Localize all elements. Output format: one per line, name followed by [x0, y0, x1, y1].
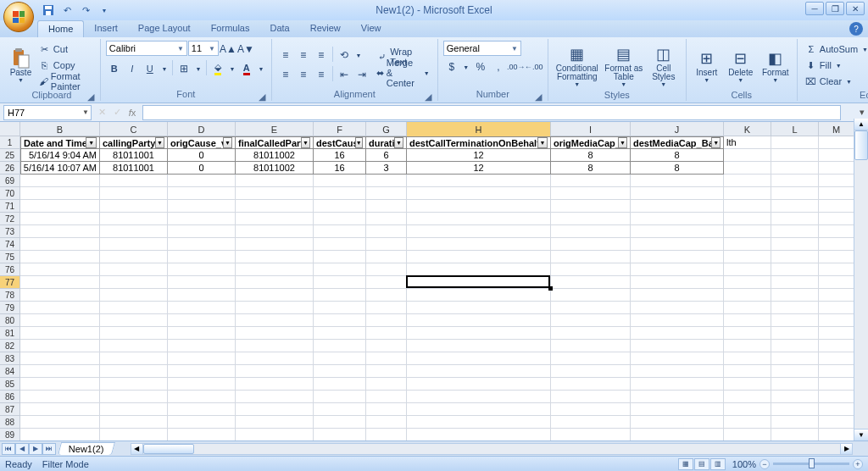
cell[interactable] [819, 302, 854, 314]
cell[interactable] [366, 200, 407, 213]
cell[interactable]: destCause_v▼ [314, 136, 366, 149]
cut-button[interactable]: ✂Cut [36, 42, 95, 57]
cell[interactable] [771, 302, 819, 314]
cell[interactable] [407, 352, 551, 365]
align-left-icon[interactable]: ≡ [277, 66, 294, 83]
cell[interactable] [100, 327, 168, 340]
cell[interactable]: 81011002 [236, 149, 314, 162]
cell[interactable] [724, 416, 771, 429]
cell[interactable]: 16 [314, 162, 366, 175]
cell[interactable] [819, 365, 854, 378]
cell[interactable] [168, 391, 236, 403]
cell[interactable] [819, 187, 854, 200]
cell[interactable]: 0 [168, 162, 236, 175]
cell[interactable] [100, 340, 168, 352]
cell[interactable] [724, 276, 771, 289]
autosum-button[interactable]: ΣAutoSum▼ [803, 42, 868, 57]
cell[interactable] [407, 314, 551, 327]
cell[interactable] [100, 314, 168, 327]
cell[interactable] [551, 187, 631, 200]
cell[interactable] [771, 365, 819, 378]
cell-styles-button[interactable]: ◫Cell Styles▼ [647, 41, 681, 90]
row-header[interactable]: 79 [0, 302, 19, 314]
row-header[interactable]: 89 [0, 429, 19, 441]
cell[interactable] [819, 276, 854, 289]
cell[interactable] [168, 276, 236, 289]
cell[interactable] [20, 429, 100, 441]
cell[interactable] [314, 238, 366, 251]
cell[interactable] [314, 187, 366, 200]
cell[interactable]: 8 [631, 149, 724, 162]
cell[interactable] [724, 200, 771, 213]
cell[interactable] [20, 276, 100, 289]
horizontal-scrollbar[interactable]: ◀ ▶ [131, 443, 853, 455]
cell[interactable] [551, 340, 631, 352]
cell[interactable] [819, 251, 854, 263]
cell[interactable] [366, 276, 407, 289]
row-header[interactable]: 74 [0, 238, 19, 251]
col-header-G[interactable]: G [366, 122, 407, 136]
fx-icon[interactable]: fx [125, 108, 139, 118]
cell[interactable] [407, 263, 551, 276]
minimize-button[interactable]: ─ [805, 2, 824, 15]
cell[interactable] [20, 314, 100, 327]
cell[interactable] [551, 289, 631, 302]
cell[interactable] [168, 213, 236, 225]
cell[interactable] [366, 327, 407, 340]
expand-formula-icon[interactable]: ▾ [856, 107, 868, 118]
scroll-right-icon[interactable]: ▶ [840, 444, 852, 454]
cell[interactable] [819, 213, 854, 225]
cell[interactable] [314, 289, 366, 302]
cell[interactable] [168, 175, 236, 187]
cell[interactable] [631, 175, 724, 187]
cell[interactable] [819, 225, 854, 238]
cell[interactable] [20, 200, 100, 213]
cell[interactable] [551, 200, 631, 213]
cell[interactable] [631, 213, 724, 225]
cell[interactable] [407, 327, 551, 340]
font-size-combo[interactable]: 11▼ [188, 41, 219, 56]
cell[interactable] [168, 403, 236, 416]
col-header-I[interactable]: I [551, 122, 631, 136]
row-header[interactable]: 75 [0, 251, 19, 263]
cell[interactable] [20, 251, 100, 263]
cell[interactable] [724, 340, 771, 352]
scroll-down-icon[interactable]: ▼ [854, 429, 868, 441]
row-header[interactable]: 80 [0, 314, 19, 327]
row-header[interactable]: 1 [0, 136, 19, 149]
cell[interactable] [100, 365, 168, 378]
row-header[interactable]: 70 [0, 187, 19, 200]
cell[interactable] [314, 314, 366, 327]
cell[interactable]: duratic▼ [366, 136, 407, 149]
cell[interactable] [631, 429, 724, 441]
fill-color-icon[interactable]: ⬙ [209, 60, 226, 77]
cell[interactable] [314, 302, 366, 314]
cell[interactable] [168, 263, 236, 276]
launcher-icon[interactable]: ◢ [424, 91, 432, 100]
cell[interactable] [20, 263, 100, 276]
launcher-icon[interactable]: ◢ [258, 91, 266, 100]
cell[interactable] [168, 238, 236, 251]
cell[interactable] [314, 340, 366, 352]
tab-view[interactable]: View [351, 20, 392, 37]
row-header[interactable]: 87 [0, 403, 19, 416]
cell[interactable] [724, 289, 771, 302]
cell[interactable] [724, 187, 771, 200]
row-header[interactable]: 85 [0, 378, 19, 391]
cell[interactable] [771, 429, 819, 441]
cell[interactable] [236, 175, 314, 187]
cell[interactable]: destCallTerminationOnBehalfOf▼ [407, 136, 551, 149]
cell[interactable] [100, 352, 168, 365]
row-header[interactable]: 26 [0, 162, 19, 175]
cell[interactable] [771, 149, 819, 162]
row-header[interactable]: 84 [0, 365, 19, 378]
cell[interactable] [366, 187, 407, 200]
cell[interactable] [314, 225, 366, 238]
cell[interactable]: 81011002 [236, 162, 314, 175]
cell[interactable] [314, 403, 366, 416]
cell[interactable] [551, 238, 631, 251]
cell[interactable] [631, 225, 724, 238]
save-icon[interactable] [41, 3, 56, 18]
cancel-fx-icon[interactable]: ✕ [95, 107, 108, 118]
grow-font-icon[interactable]: A▲ [220, 41, 236, 58]
